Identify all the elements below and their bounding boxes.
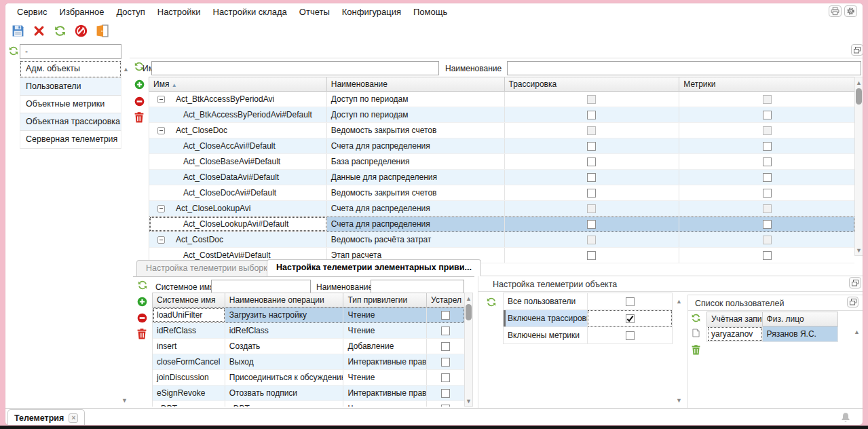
trace-checkbox[interactable] [587,204,596,213]
trace-checkbox[interactable] [587,142,596,151]
sidebar-item[interactable]: Объектная трассировка [20,113,121,131]
refresh-button[interactable] [53,24,67,38]
obsolete-checkbox[interactable] [441,311,450,320]
column-header-account[interactable]: Учётная запись [707,312,763,327]
trace-checkbox[interactable] [587,95,596,104]
trace-checkbox[interactable] [587,111,596,119]
exit-button[interactable] [95,24,109,38]
trace-checkbox[interactable] [587,157,596,166]
notifications-area[interactable] [831,409,860,426]
menu-item[interactable]: Настройки [151,4,207,20]
priv-add-button[interactable] [137,297,147,307]
metrics-checkbox[interactable] [763,126,772,135]
column-header-person[interactable]: Физ. лицо [763,312,838,327]
add-row-button[interactable] [134,79,145,90]
table-row[interactable]: Act_CloseLookupAviСчета для распределени… [149,201,854,217]
table-row[interactable]: loadUniFilterЗагрузить настройкуЧтение [153,307,464,323]
main-table-scrollbar[interactable]: ▲ ▼ [854,77,863,256]
column-header-metrics[interactable]: Метрики [679,77,854,92]
obsolete-checkbox[interactable] [441,342,450,351]
menu-item[interactable]: Отчеты [293,4,336,20]
priv-delete-button[interactable] [137,329,147,339]
obsolete-checkbox[interactable] [441,373,450,382]
column-header-operation[interactable]: Наименование операции [225,293,344,307]
collapse-icon[interactable] [157,205,165,212]
table-row[interactable]: eSignRevokeОтозвать подписиИнтерактивные… [153,386,464,401]
new-record-button[interactable] [692,329,700,337]
trace-checkbox[interactable] [587,236,596,244]
settings-button[interactable] [844,5,857,17]
save-button[interactable] [11,24,24,38]
remove-row-button[interactable] [134,96,145,107]
column-header-obsolete[interactable]: Устарел [427,293,464,307]
close-tab-icon[interactable]: × [69,413,78,423]
metrics-checkbox[interactable] [763,173,772,182]
menu-item[interactable]: Конфигурация [336,4,407,20]
obsolete-checkbox[interactable] [441,389,450,398]
status-tab-telemetry[interactable]: Телеметрия × [7,409,85,426]
trace-checkbox[interactable] [587,173,596,182]
collapse-icon[interactable] [157,236,165,244]
table-row[interactable]: closeFormCancelВыходИнтерактивные права [153,354,464,370]
print-button[interactable] [829,5,842,17]
telemetry-checkbox[interactable] [626,331,635,340]
table-row[interactable]: sDBTypesDBTypeЧтение [153,401,464,407]
menu-item[interactable]: Доступ [110,4,151,20]
privileges-scrollbar[interactable]: ▲ ▼ [464,293,473,407]
collapse-icon[interactable] [157,96,165,103]
object-scroll-down-icon[interactable]: ▼ [676,397,682,404]
object-telemetry-row[interactable]: Включены метрики [504,327,672,344]
obsolete-checkbox[interactable] [441,358,450,367]
block-button[interactable] [74,24,88,38]
trace-checkbox[interactable] [587,189,596,198]
sidebar-scroll-up-icon[interactable]: ▲ [123,66,129,73]
user-scroll-up-icon[interactable]: ▲ [854,329,860,335]
main-restore-button[interactable] [851,44,863,56]
column-header-trace[interactable]: Трассировка [505,77,680,92]
sidebar-item[interactable]: Пользователи [20,78,121,96]
table-row[interactable]: Act_BtkAccessByPeriodAviДоступ по период… [149,92,854,107]
object-telemetry-row[interactable]: Все пользователи [504,293,672,310]
sidebar-item[interactable]: Адм. объекты [20,60,121,78]
menu-item[interactable]: Избранное [54,4,111,20]
caption-filter-input[interactable] [507,61,861,75]
table-row[interactable]: Act_CloseBaseAvi#DefaultБаза распределен… [149,154,854,170]
menu-item[interactable]: Сервис [11,4,54,20]
table-row[interactable]: Act_CloseLookupAvi#DefaultСчета для расп… [149,217,854,232]
metrics-checkbox[interactable] [763,142,772,151]
system-name-filter-input[interactable] [211,280,311,293]
object-telemetry-row[interactable]: Включена трассировка [504,310,672,327]
tab-telemetry-privileges[interactable]: Настройка телеметрии элементарных приви.… [267,259,481,276]
trace-checkbox[interactable] [587,126,596,135]
scroll-up-icon[interactable]: ▲ [465,293,472,303]
metrics-checkbox[interactable] [763,111,772,119]
column-header-name[interactable]: Имя ▲ [149,77,327,92]
priv-caption-filter-input[interactable] [371,280,464,293]
column-header-system-name[interactable]: Системное имя [153,293,225,307]
obsolete-checkbox[interactable] [441,405,450,407]
privileges-refresh-button[interactable] [137,280,148,291]
tab-telemetry-selection[interactable]: Настройка телеметрии выборки [136,260,282,276]
delete-row-button[interactable] [134,112,144,123]
metrics-checkbox[interactable] [763,157,772,166]
table-row[interactable]: joinDiscussionПрисоединиться к обсуждени… [153,370,464,386]
table-row[interactable]: Act_CloseDocВедомость закрытия счетов [149,123,854,138]
sidebar-item[interactable]: Серверная телеметрия [20,131,121,149]
scroll-down-icon[interactable]: ▼ [855,245,863,255]
delete-button[interactable] [32,24,45,38]
table-row[interactable]: idRefClassidRefClassЧтение [153,323,464,339]
object-telemetry-restore-button[interactable] [849,277,861,288]
column-header-privilege-type[interactable]: Тип привилегии [343,293,427,307]
table-row[interactable]: Act_CloseDataAvi#DefaultДанные для распр… [149,170,854,185]
metrics-checkbox[interactable] [763,220,772,229]
metrics-checkbox[interactable] [763,236,772,244]
priv-remove-button[interactable] [137,313,147,323]
metrics-checkbox[interactable] [763,95,772,104]
table-row[interactable]: Act_CloseDocAvi#DefaultВедомость закрыти… [149,185,854,201]
sidebar-filter-combo[interactable]: - [20,44,121,59]
object-telemetry-refresh-button[interactable] [486,297,497,307]
name-filter-input[interactable] [151,61,439,75]
sidebar-item[interactable]: Объектные метрики [20,96,121,113]
metrics-checkbox[interactable] [763,204,772,213]
scrollbar-thumb[interactable] [466,304,472,320]
